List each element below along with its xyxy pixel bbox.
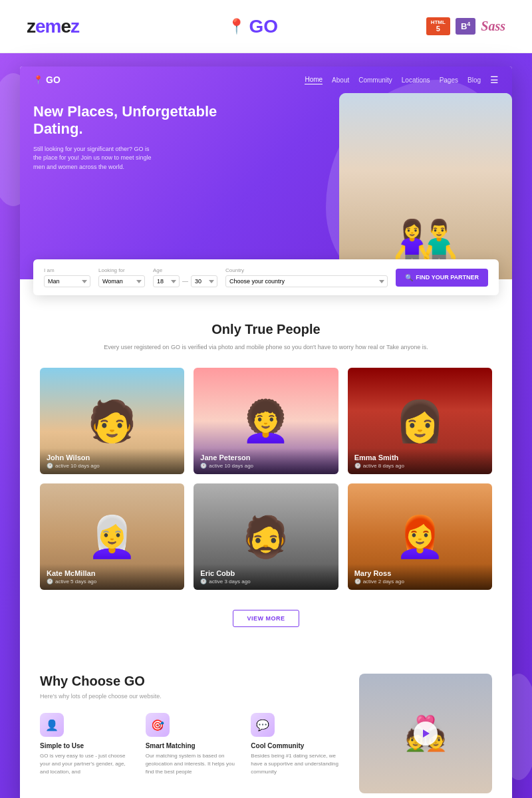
community-icon-wrap: 💬 [251,713,275,737]
top-bar: zemez 📍 GO HTML 5 B4 Sass [0,0,532,53]
country-label: Country [225,267,388,273]
feature-community: 💬 Cool Community Besides being #1 dating… [251,713,346,776]
nav-pin-icon: 📍 [33,75,43,84]
person-1-active: 🕐 active 10 days ago [47,463,178,469]
simple-desc: GO is very easy to use - just choose you… [40,752,135,776]
person-2-name: Jane Peterson [200,454,331,462]
person-5-active: 🕐 active 3 days ago [200,579,331,585]
looking-for-field: Looking for Woman Man [98,267,145,287]
clock-icon-5: 🕐 [200,579,207,585]
matching-title: Smart Matching [146,742,241,749]
age-field: Age 182025 — 304050 [153,267,217,287]
matching-desc: Our matching system is based on geolocat… [146,752,241,776]
nav-about[interactable]: About [332,76,349,84]
person-1-name: John Wilson [47,454,178,462]
person-3-name: Emma Smith [354,454,485,462]
age-dash: — [182,278,188,285]
people-section-desc: Every user registered on GO is verified … [40,342,492,352]
person-3-overlay: Emma Smith 🕐 active 8 days ago [348,448,492,474]
html5-badge: HTML 5 [426,17,450,35]
feature-simple: 👤 Simple to Use GO is very easy to use -… [40,713,135,776]
person-6-overlay: Mary Ross 🕐 active 2 days ago [348,564,492,590]
age-label: Age [153,267,217,273]
clock-icon: 🕐 [47,463,53,469]
couple-image [339,93,512,279]
person-3-active: 🕐 active 8 days ago [354,463,485,469]
people-grid: 🧑 John Wilson 🕐 active 10 days ago 👩‍🦱 J… [40,368,492,590]
find-partner-button[interactable]: 🔍 FIND YOUR PARTNER [396,269,488,287]
simple-title: Simple to Use [40,742,135,749]
hero-title: New Places, Unforgettable Dating. [33,103,266,138]
matching-icon-wrap: 🎯 [146,713,170,737]
person-6-name: Mary Ross [354,569,485,577]
person-card-6[interactable]: 👩‍🦰 Mary Ross 🕐 active 2 days ago [348,483,492,590]
feature-matching: 🎯 Smart Matching Our matching system is … [146,713,241,776]
site-preview: 📍 GO Home About Community Locations Page… [20,66,512,798]
nav-links: Home About Community Locations Pages Blo… [305,74,499,85]
pin-icon: 📍 [227,18,245,35]
clock-icon-3: 🕐 [354,463,361,469]
person-card-2[interactable]: 👩‍🦱 Jane Peterson 🕐 active 10 days ago [194,368,338,474]
simple-icon-wrap: 👤 [40,713,64,737]
view-more-button[interactable]: VIEW MORE [233,610,299,627]
i-am-field: I am Man Woman [44,267,90,287]
why-title: Why Choose GO [40,674,346,689]
search-bar: I am Man Woman Looking for Woman Man Age… [33,259,499,295]
why-text: Why Choose GO Here's why lots of people … [40,674,346,793]
bootstrap-badge: B4 [456,18,475,34]
hero-section: 📍 GO Home About Community Locations Page… [20,66,512,279]
age-min-select[interactable]: 182025 [153,275,180,287]
why-section: Why Choose GO Here's why lots of people … [20,654,512,798]
outer-wrapper: 📍 GO Home About Community Locations Page… [0,53,532,798]
clock-icon-4: 🕐 [47,579,53,585]
community-desc: Besides being #1 dating service, we have… [251,752,346,776]
person-1-overlay: John Wilson 🕐 active 10 days ago [40,448,184,474]
why-features: 👤 Simple to Use GO is very easy to use -… [40,713,346,776]
age-range: 182025 — 304050 [153,275,217,287]
hero-description: Still looking for your significant other… [33,145,153,172]
person-5-overlay: Eric Cobb 🕐 active 3 days ago [194,564,338,590]
hero-text: New Places, Unforgettable Dating. Still … [33,100,266,279]
hero-image-area [266,100,499,279]
age-max-select[interactable]: 304050 [191,275,217,287]
nav-home[interactable]: Home [305,76,323,84]
chat-icon: 💬 [256,719,269,732]
hero-photo [339,93,512,279]
zemes-logo: zemez [27,16,79,37]
user-icon: 👤 [45,719,59,732]
person-2-active: 🕐 active 10 days ago [200,463,331,469]
i-am-label: I am [44,267,90,273]
people-section: Only True People Every user registered o… [20,295,512,654]
clock-icon-2: 🕐 [200,463,207,469]
target-icon: 🎯 [151,719,164,732]
nav-blog[interactable]: Blog [467,76,481,84]
play-icon [423,730,430,737]
community-title: Cool Community [251,742,346,749]
hamburger-icon[interactable]: ☰ [490,74,499,85]
clock-icon-6: 🕐 [354,579,361,585]
person-card-4[interactable]: 👩‍🦳 Kate McMillan 🕐 active 5 days ago [40,483,184,590]
i-am-select[interactable]: Man Woman [44,275,90,287]
sass-badge: Sass [481,19,505,34]
person-card-5[interactable]: 🧔 Eric Cobb 🕐 active 3 days ago [194,483,338,590]
people-section-title: Only True People [40,322,492,337]
why-subtitle: Here's why lots of people choose our web… [40,693,346,700]
person-5-name: Eric Cobb [200,569,331,577]
nav-community[interactable]: Community [358,76,392,84]
why-image: 💑 [359,674,492,793]
person-2-overlay: Jane Peterson 🕐 active 10 days ago [194,448,338,474]
looking-for-select[interactable]: Woman Man [98,275,145,287]
go-logo-top: 📍 GO [227,16,279,37]
hero-content: New Places, Unforgettable Dating. Still … [20,93,512,279]
person-4-name: Kate McMillan [47,569,178,577]
person-card-3[interactable]: 👩 Emma Smith 🕐 active 8 days ago [348,368,492,474]
person-4-active: 🕐 active 5 days ago [47,579,178,585]
country-select[interactable]: Choose your country USAUKCanada [225,275,388,287]
person-card-1[interactable]: 🧑 John Wilson 🕐 active 10 days ago [40,368,184,474]
view-more-wrap: VIEW MORE [40,603,492,640]
search-icon: 🔍 [405,274,413,281]
country-field: Country Choose your country USAUKCanada [225,267,388,287]
nav-logo: 📍 GO [33,74,61,85]
looking-for-label: Looking for [98,267,145,273]
person-6-active: 🕐 active 2 days ago [354,579,485,585]
